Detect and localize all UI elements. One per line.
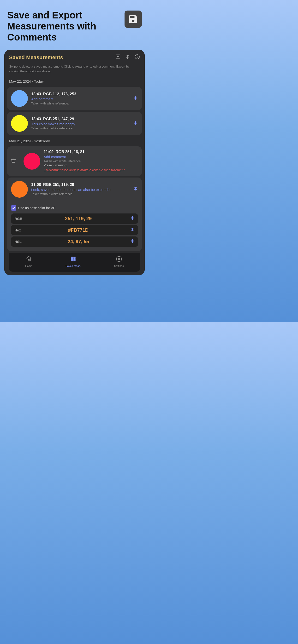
ref-1: Taken with white reference. [31, 102, 130, 105]
measurement-item-2[interactable]: 13:43 RGB 251, 247, 29 This color makes … [7, 112, 142, 135]
comment-2[interactable]: This color makes me happy [31, 122, 130, 126]
color-swatch-2 [11, 115, 28, 132]
color-value-row-rgb[interactable]: RGB 251, 119, 29 [11, 214, 138, 224]
card-title: Saved Measurements [9, 54, 63, 60]
svg-point-17 [118, 258, 120, 260]
comment-3[interactable]: Add comment [44, 155, 138, 159]
hex-value: #FB771D [26, 227, 130, 233]
checkbox-row-4[interactable]: Use as base color for ΔE [11, 205, 138, 210]
nav-label-home: Home [25, 264, 32, 268]
delete-button-3[interactable] [7, 146, 20, 176]
save-button[interactable] [124, 10, 142, 28]
ref-2: Taken without white reference. [31, 126, 130, 130]
info-icon[interactable] [135, 54, 140, 61]
time-rgb-1: 13:43 RGB 112, 176, 253 [31, 92, 130, 96]
gear-icon [116, 256, 122, 264]
svg-rect-14 [73, 256, 76, 259]
svg-rect-13 [71, 256, 73, 259]
measurement-item-1[interactable]: 13:43 RGB 112, 176, 253 Add comment Take… [7, 87, 142, 110]
expanded-details-4: Use as base color for ΔE RGB 251, 119, 2… [11, 204, 138, 248]
measurement-item-4[interactable]: 11:08 RGB 251, 119, 29 Look, saved measu… [7, 178, 142, 251]
page-header: Save and Export Measurements with Commen… [0, 0, 149, 48]
svg-rect-16 [73, 259, 76, 262]
nav-label-settings: Settings [114, 264, 124, 268]
home-icon [26, 256, 32, 264]
bottom-nav: Home Saved Meas. Settings [9, 253, 140, 272]
nav-item-home[interactable]: Home [25, 256, 32, 268]
checkbox-label-4: Use as base color for ΔE [18, 206, 55, 210]
comment-1[interactable]: Add comment [31, 97, 130, 101]
comment-4[interactable]: Look, saved measurements can also be exp… [31, 188, 130, 192]
export-icon[interactable] [115, 54, 121, 61]
svg-line-12 [28, 257, 28, 257]
main-card: Saved Measurements [4, 50, 145, 275]
hsl-label: HSL [14, 240, 26, 244]
time-rgb-2: 13:43 RGB 251, 247, 29 [31, 117, 130, 121]
measurement-info-3: 11:09 RGB 251, 18, 81 Add comment Taken … [44, 150, 138, 173]
present-warning-label: Present warning: [44, 164, 138, 167]
filter-icon[interactable] [125, 54, 130, 61]
date-label-group2: May 21, 2024 - Yesterday [4, 136, 145, 145]
time-rgb-3: 11:09 RGB 251, 18, 81 [44, 150, 138, 154]
color-swatch-1 [11, 90, 28, 107]
hex-expand-icon[interactable] [130, 227, 135, 233]
card-header-icons [115, 54, 140, 61]
grid-icon [70, 256, 76, 264]
ref-3: Taken with white reference. [44, 159, 138, 163]
measurement-info-1: 13:43 RGB 112, 176, 253 Add comment Take… [31, 92, 130, 105]
nav-item-saved[interactable]: Saved Meas. [66, 256, 81, 268]
expand-icon-1[interactable] [133, 96, 138, 102]
measurement-info-2: 13:43 RGB 251, 247, 29 This color makes … [31, 117, 130, 130]
color-value-row-hex[interactable]: Hex #FB771D [11, 225, 138, 235]
trash-icon-3 [11, 158, 16, 164]
hsl-expand-icon[interactable] [130, 239, 135, 244]
rgb-expand-icon[interactable] [130, 216, 135, 222]
measurement-info-4: 11:08 RGB 251, 119, 29 Look, saved measu… [31, 182, 130, 196]
date-label-group1: May 22, 2024 - Today [4, 77, 145, 85]
expanded-top-4: 11:08 RGB 251, 119, 29 Look, saved measu… [11, 181, 138, 198]
color-value-row-hsl[interactable]: HSL 24, 97, 55 [11, 236, 138, 247]
ref-4: Taken without white reference. [31, 192, 130, 196]
expand-icon-2[interactable] [133, 120, 138, 126]
rgb-value: 251, 119, 29 [26, 216, 130, 222]
svg-rect-15 [71, 259, 73, 262]
checkbox-4[interactable] [11, 205, 16, 210]
hex-label: Hex [14, 228, 26, 232]
swiped-row-item3: 11:09 RGB 251, 18, 81 Add comment Taken … [7, 146, 142, 176]
card-header: Saved Measurements [4, 50, 145, 64]
warning-text-3: Environment too dark to make a reliable … [44, 168, 138, 173]
save-icon [128, 14, 138, 24]
color-swatch-4 [11, 181, 28, 198]
color-swatch-3 [24, 153, 40, 170]
nav-label-saved: Saved Meas. [66, 264, 81, 268]
expand-icon-4[interactable] [133, 186, 138, 192]
time-rgb-4: 11:08 RGB 251, 119, 29 [31, 182, 130, 187]
measurement-item-3[interactable]: 11:09 RGB 251, 18, 81 Add comment Taken … [20, 146, 142, 176]
rgb-label: RGB [14, 216, 26, 221]
nav-item-settings[interactable]: Settings [114, 256, 124, 268]
page-title: Save and Export Measurements with Commen… [7, 10, 117, 43]
instructions-text: Swipe to delete a saved measurement. Cli… [4, 64, 145, 77]
hsl-value: 24, 97, 55 [26, 239, 130, 244]
